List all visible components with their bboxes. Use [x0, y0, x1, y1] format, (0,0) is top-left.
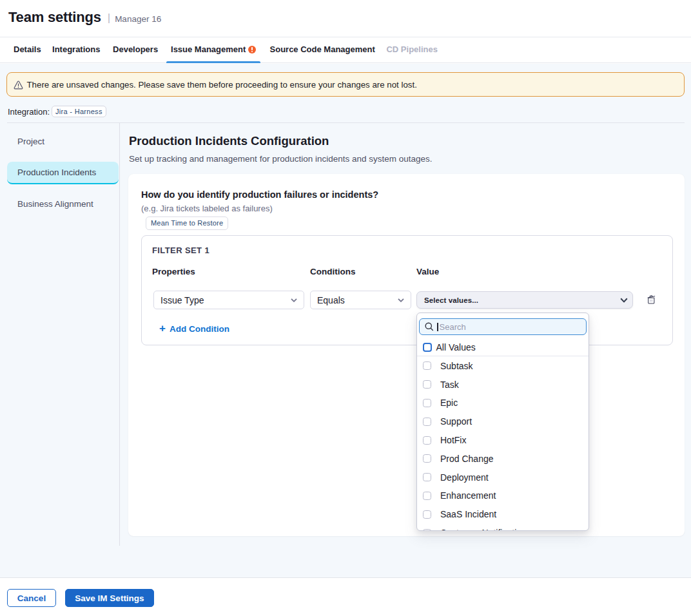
question-hint: (e.g. Jira tickets labeled as failures): [141, 204, 673, 213]
tab-label: Developers: [113, 44, 158, 54]
page-subtitle: Manager 16: [115, 14, 161, 24]
option-label: Support: [440, 416, 472, 427]
option-label: Task: [440, 380, 459, 390]
conditions-select[interactable]: Equals: [310, 291, 411, 309]
integration-chip[interactable]: Jira - Harness: [52, 106, 106, 117]
page: Team settings | Manager 16 DetailsIntegr…: [0, 0, 691, 616]
integration-label: Integration:: [8, 107, 50, 117]
add-condition-button[interactable]: + Add Condition: [159, 322, 672, 335]
footer-bar: Cancel Save IM Settings: [0, 577, 691, 616]
dropdown-option-support[interactable]: Support: [417, 412, 589, 431]
warning-icon: [14, 81, 23, 90]
sidebar-item-project[interactable]: Project: [7, 130, 119, 153]
filter-set-title: FILTER SET 1: [152, 245, 672, 255]
option-checkbox[interactable]: [423, 361, 431, 370]
option-checkbox[interactable]: [423, 492, 431, 500]
dropdown-option-saas-incident[interactable]: SaaS Incident: [417, 505, 589, 524]
tab-details[interactable]: Details: [9, 37, 46, 63]
option-label: HotFix: [440, 435, 466, 445]
page-title: Team settings: [8, 9, 101, 26]
question-title: How do you identify production failures …: [141, 189, 673, 200]
option-checkbox[interactable]: [423, 473, 431, 481]
page-header: Team settings | Manager 16: [0, 0, 691, 37]
tab-source-code-management[interactable]: Source Code Management: [266, 37, 380, 63]
unsaved-badge-icon: [248, 46, 256, 53]
all-values-label: All Values: [436, 342, 476, 352]
option-checkbox[interactable]: [423, 380, 431, 389]
tab-label: Details: [14, 44, 41, 54]
tab-developers[interactable]: Developers: [108, 37, 162, 63]
value-multiselect-placeholder: Select values...: [424, 296, 478, 304]
tab-cd-pipelines[interactable]: CD Pipelines: [382, 37, 442, 63]
dropdown-option-prod-change[interactable]: Prod Change: [417, 449, 589, 468]
tab-label: Source Code Management: [270, 44, 375, 54]
column-header-conditions: Conditions: [310, 267, 416, 276]
dropdown-option-hotfix[interactable]: HotFix: [417, 431, 589, 450]
option-label: Subtask: [440, 361, 473, 371]
chevron-down-icon: [291, 298, 297, 302]
dropdown-search[interactable]: [419, 318, 587, 335]
option-label: Enhancement: [440, 490, 496, 501]
text-caret: [437, 323, 438, 331]
banner-text: There are unsaved changes. Please save t…: [27, 80, 417, 90]
chevron-down-bold-icon: [620, 298, 628, 303]
tab-label: CD Pipelines: [386, 44, 437, 54]
cancel-button[interactable]: Cancel: [7, 589, 56, 607]
sidebar-item-business-alignment[interactable]: Business Alignment: [7, 193, 119, 215]
section-sidebar: ProjectProduction IncidentsBusiness Alig…: [0, 123, 119, 224]
section-subheading: Set up tracking and management for produ…: [129, 154, 433, 164]
tab-label: Issue Management: [171, 44, 246, 54]
option-checkbox[interactable]: [423, 529, 431, 531]
properties-select[interactable]: Issue Type: [153, 291, 304, 309]
unsaved-changes-banner: There are unsaved changes. Please save t…: [6, 72, 685, 97]
conditions-select-value: Equals: [317, 295, 345, 305]
save-im-settings-button[interactable]: Save IM Settings: [65, 589, 154, 607]
dropdown-option-deployment[interactable]: Deployment: [417, 468, 589, 486]
dropdown-option-enhancement[interactable]: Enhancement: [417, 486, 589, 505]
option-checkbox[interactable]: [423, 418, 431, 426]
select-all-option[interactable]: All Values: [417, 338, 589, 356]
metric-chip[interactable]: Mean Time to Restore: [146, 217, 228, 230]
integration-row: Integration: Jira - Harness: [8, 106, 106, 117]
plus-icon: +: [159, 322, 166, 335]
option-label: Customer Notification: [440, 528, 527, 531]
tab-issue-management[interactable]: Issue Management: [166, 37, 260, 63]
option-label: Epic: [440, 398, 458, 408]
dropdown-option-customer-notification[interactable]: Customer Notification: [417, 524, 589, 531]
filter-set-panel: FILTER SET 1 Properties Conditions Value…: [141, 235, 673, 345]
option-label: Deployment: [440, 472, 489, 483]
search-input[interactable]: [440, 322, 569, 332]
section-heading: Production Incidents Configuration: [129, 134, 329, 148]
sidebar-item-production-incidents[interactable]: Production Incidents: [7, 162, 119, 184]
dropdown-options: SubtaskTaskEpicSupportHotFixProd ChangeD…: [417, 357, 589, 532]
properties-select-value: Issue Type: [161, 295, 204, 305]
option-label: Prod Change: [440, 454, 494, 464]
search-icon: [425, 322, 434, 331]
tab-integrations[interactable]: Integrations: [48, 37, 104, 63]
main-panel: Production Incidents Configuration Set u…: [120, 123, 691, 546]
option-checkbox[interactable]: [423, 399, 431, 407]
value-multiselect[interactable]: Select values...: [416, 291, 633, 309]
dropdown-option-task[interactable]: Task: [417, 375, 589, 394]
title-divider: |: [108, 12, 110, 24]
column-header-value: Value: [416, 267, 634, 276]
option-checkbox[interactable]: [423, 454, 431, 463]
delete-filter-icon[interactable]: [647, 294, 656, 304]
value-dropdown: All Values SubtaskTaskEpicSupportHotFixP…: [416, 313, 589, 531]
option-checkbox[interactable]: [423, 510, 431, 519]
option-checkbox[interactable]: [423, 436, 431, 445]
tab-bar: DetailsIntegrationsDevelopersIssue Manag…: [0, 37, 691, 63]
chevron-down-icon: [398, 298, 404, 302]
incidents-card: How do you identify production failures …: [128, 174, 685, 536]
all-values-checkbox[interactable]: [423, 343, 432, 352]
dropdown-option-epic[interactable]: Epic: [417, 394, 589, 412]
add-condition-label: Add Condition: [170, 324, 229, 334]
option-label: SaaS Incident: [440, 509, 496, 519]
dropdown-option-subtask[interactable]: Subtask: [417, 357, 589, 376]
tab-label: Integrations: [52, 44, 100, 54]
column-header-properties: Properties: [152, 267, 310, 276]
